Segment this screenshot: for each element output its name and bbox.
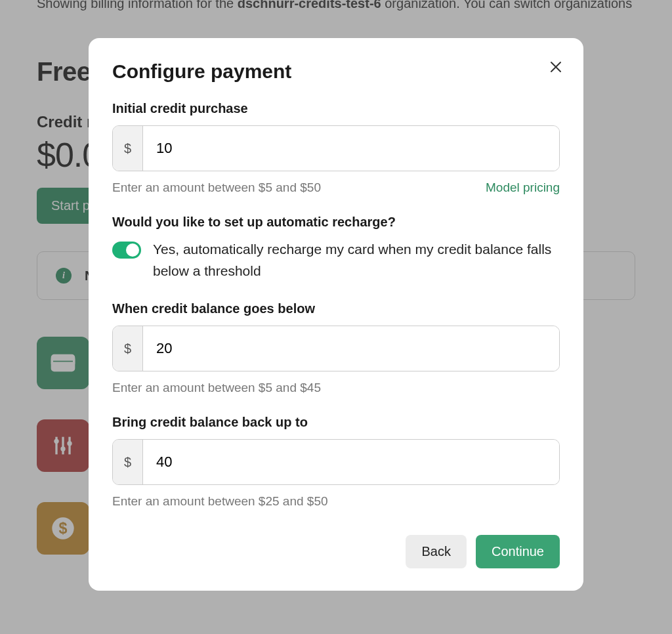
- dollar-prefix: $: [113, 126, 143, 171]
- initial-purchase-input[interactable]: [143, 126, 559, 171]
- modal-title: Configure payment: [112, 60, 560, 83]
- auto-recharge-toggle[interactable]: [112, 242, 141, 259]
- threshold-input[interactable]: [143, 326, 559, 371]
- auto-recharge-text: Yes, automatically recharge my card when…: [153, 239, 560, 282]
- continue-button[interactable]: Continue: [476, 535, 560, 568]
- modal-overlay: Configure payment Initial credit purchas…: [0, 0, 672, 634]
- topup-input-group: $: [112, 439, 560, 485]
- topup-hint: Enter an amount between $25 and $50: [112, 494, 328, 509]
- topup-input[interactable]: [143, 440, 559, 484]
- dollar-prefix: $: [113, 326, 143, 371]
- initial-purchase-input-group: $: [112, 125, 560, 171]
- close-icon: [548, 59, 564, 75]
- threshold-hint: Enter an amount between $5 and $45: [112, 381, 321, 395]
- initial-purchase-hint: Enter an amount between $5 and $50: [112, 180, 321, 195]
- toggle-knob: [126, 243, 139, 257]
- model-pricing-link[interactable]: Model pricing: [486, 180, 560, 195]
- threshold-input-group: $: [112, 326, 560, 371]
- back-button[interactable]: Back: [406, 535, 466, 568]
- threshold-label: When credit balance goes below: [112, 301, 560, 316]
- initial-purchase-label: Initial credit purchase: [112, 101, 560, 116]
- configure-payment-modal: Configure payment Initial credit purchas…: [89, 38, 583, 591]
- close-button[interactable]: [548, 59, 564, 75]
- dollar-prefix: $: [113, 440, 143, 484]
- topup-label: Bring credit balance back up to: [112, 415, 560, 430]
- recharge-label: Would you like to set up automatic recha…: [112, 215, 560, 230]
